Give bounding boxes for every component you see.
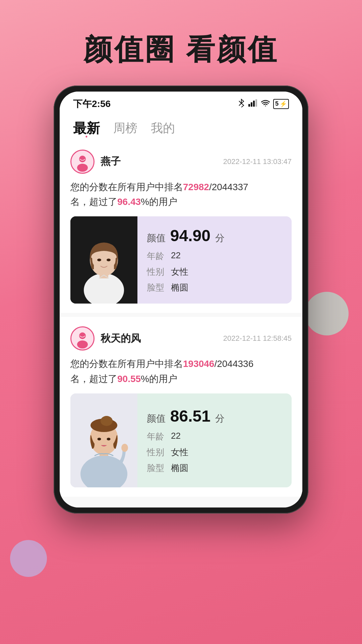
svg-rect-0 (248, 104, 250, 107)
score-photo-2 (70, 393, 137, 487)
svg-rect-3 (255, 99, 257, 107)
svg-point-12 (97, 259, 101, 261)
score-main-2: 颜值 86.51 分 (147, 407, 282, 425)
score-card-1: 颜值 94.90 分 年龄 22 性别 女性 (70, 216, 292, 304)
tab-latest[interactable]: 最新 (73, 119, 100, 138)
score-attr-gender-2: 性别 女性 (147, 446, 282, 458)
post-desc-2: 您的分数在所有用户中排名193046/2044336 名，超过了90.55%的用… (70, 357, 292, 387)
svg-point-23 (98, 438, 101, 440)
tab-mine[interactable]: 我的 (151, 120, 175, 137)
nav-tabs: 最新 周榜 我的 (60, 114, 302, 140)
score-info-1: 颜值 94.90 分 年龄 22 性别 女性 (137, 216, 292, 304)
username-1: 燕子 (101, 155, 121, 168)
post-header-1: 燕子 2022-12-11 13:03:47 (70, 150, 292, 174)
wifi-icon (261, 100, 270, 108)
deco-circle-lavender (10, 540, 47, 577)
status-icons: 5 ⚡ (238, 99, 289, 109)
username-2: 秋天的风 (101, 332, 141, 345)
bluetooth-icon (238, 99, 245, 109)
post-desc-1: 您的分数在所有用户中排名72982/2044337 名，超过了96.43%的用户 (70, 180, 292, 210)
status-time: 下午2:56 (73, 98, 111, 110)
score-attr-face-1: 脸型 椭圆 (147, 282, 282, 293)
avatar-2 (70, 326, 95, 351)
svg-point-16 (77, 340, 88, 348)
post-time-1: 2022-12-11 13:03:47 (223, 157, 292, 166)
phone-screen: 下午2:56 (60, 92, 302, 507)
avatar-1 (70, 150, 95, 174)
status-bar: 下午2:56 (60, 92, 302, 114)
post-user-2: 秋天的风 (70, 326, 141, 351)
post-card-1: 燕子 2022-12-11 13:03:47 您的分数在所有用户中排名72982… (60, 140, 302, 313)
score-info-2: 颜值 86.51 分 年龄 22 性别 女性 (137, 393, 292, 487)
score-card-2: 颜值 86.51 分 年龄 22 性别 女性 (70, 393, 292, 487)
post-time-2: 2022-12-11 12:58:45 (223, 334, 292, 343)
signal-icon (248, 99, 258, 109)
post-card-2: 秋天的风 2022-12-11 12:58:45 您的分数在所有用户中排名193… (60, 317, 302, 497)
post-user-1: 燕子 (70, 150, 121, 174)
svg-point-24 (107, 438, 111, 440)
svg-point-7 (77, 164, 88, 172)
content-area: 燕子 2022-12-11 13:03:47 您的分数在所有用户中排名72982… (60, 140, 302, 507)
svg-point-4 (265, 105, 266, 106)
tab-weekly[interactable]: 周榜 (113, 120, 137, 137)
score-attr-face-2: 脸型 椭圆 (147, 462, 282, 474)
score-attr-age-1: 年龄 22 (147, 250, 282, 262)
phone-frame: 下午2:56 (54, 86, 308, 514)
svg-point-13 (107, 259, 111, 261)
battery-charging-icon: ⚡ (280, 100, 287, 108)
battery-icon: 5 ⚡ (273, 99, 289, 109)
deco-circle-mint (305, 292, 349, 335)
score-photo-1 (70, 216, 137, 304)
svg-point-22 (101, 416, 113, 426)
hero-title: 颜值圈 看颜值 (0, 0, 362, 65)
svg-point-25 (121, 444, 128, 452)
score-attr-age-2: 年龄 22 (147, 431, 282, 442)
post-header-2: 秋天的风 2022-12-11 12:58:45 (70, 326, 292, 351)
phone-wrapper: 下午2:56 (54, 86, 308, 514)
score-attr-gender-1: 性别 女性 (147, 266, 282, 278)
svg-rect-2 (253, 101, 255, 107)
score-main-1: 颜值 94.90 分 (147, 226, 282, 245)
svg-rect-1 (251, 102, 252, 107)
